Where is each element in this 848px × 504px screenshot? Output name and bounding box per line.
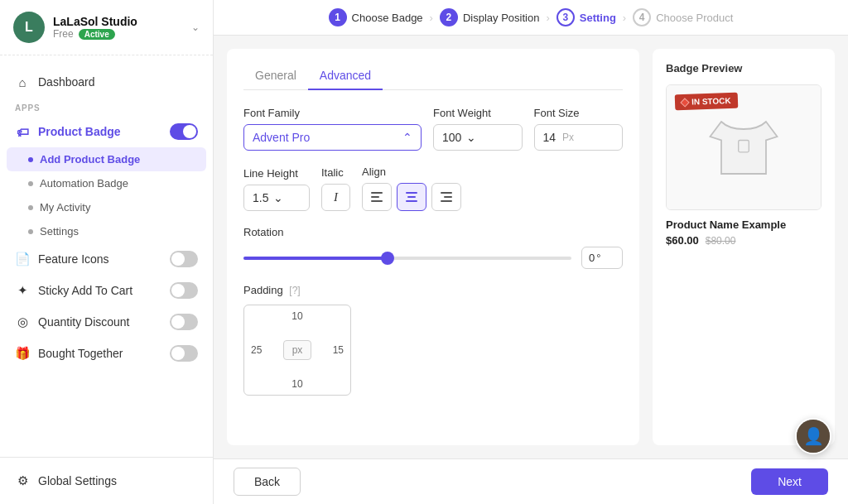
feature-icons-toggle[interactable] — [170, 251, 198, 267]
next-button[interactable]: Next — [751, 468, 828, 495]
dot-icon — [28, 157, 33, 162]
sidebar-item-bought-together[interactable]: 🎁 Bought Together — [0, 338, 213, 369]
align-right-icon — [441, 192, 452, 202]
sidebar-item-label: Quantity Discount — [38, 315, 130, 329]
step-4: 4 Choose Product — [633, 8, 733, 26]
font-weight-group: Font Weight 100 ⌄ — [433, 107, 523, 151]
sticky-cart-toggle[interactable] — [170, 282, 198, 299]
sidebar-sub-item-automation-badge[interactable]: Automation Badge — [0, 171, 213, 195]
align-group: Align — [362, 166, 461, 211]
font-family-select[interactable]: Advent Pro ⌃ — [243, 124, 422, 151]
brand-name: LaLaSol Studio — [53, 15, 183, 28]
stepper: 1 Choose Badge › 2 Display Position › 3 … — [214, 0, 848, 36]
discount-icon: ◎ — [15, 314, 30, 329]
sidebar: L LaLaSol Studio Free Active ⌄ ⌂ Dashboa… — [0, 0, 214, 504]
sidebar-bottom: ⚙ Global Settings — [0, 457, 213, 504]
line-height-label: Line Height — [243, 167, 310, 180]
sidebar-item-product-badge[interactable]: 🏷 Product Badge — [0, 116, 213, 147]
sidebar-brand: LaLaSol Studio Free Active — [53, 15, 183, 40]
font-size-input[interactable]: 14 Px — [534, 124, 624, 151]
sidebar-item-sticky-add-to-cart[interactable]: ✦ Sticky Add To Cart — [0, 275, 213, 306]
rotation-row: Rotation 0 ° — [243, 226, 623, 269]
align-right-button[interactable] — [431, 183, 461, 211]
font-weight-label: Font Weight — [433, 107, 523, 119]
chevron-down-icon: ⌄ — [466, 131, 476, 144]
badge-text: IN STOCK — [691, 96, 731, 107]
align-center-icon — [406, 192, 417, 202]
step-2: 2 Display Position — [440, 8, 540, 26]
sub-item-label: Add Product Badge — [40, 153, 140, 166]
brand-sub: Free Active — [53, 28, 183, 40]
sidebar-header: L LaLaSol Studio Free Active ⌄ — [0, 0, 213, 55]
preview-product-name: Product Name Example — [666, 218, 822, 231]
bottom-bar: Back Next — [214, 458, 848, 504]
sidebar-item-label: Bought Together — [38, 347, 123, 360]
tshirt-svg — [706, 114, 781, 181]
align-left-icon — [371, 192, 383, 202]
sub-item-label: My Activity — [40, 201, 90, 214]
line-height-group: Line Height 1.5 ⌄ — [243, 167, 310, 211]
sidebar-item-feature-icons[interactable]: 📄 Feature Icons — [0, 243, 213, 275]
apps-section-label: APPS — [0, 97, 213, 116]
font-family-label: Font Family — [243, 107, 422, 119]
sidebar-item-quantity-discount[interactable]: ◎ Quantity Discount — [0, 306, 213, 338]
font-row: Font Family Advent Pro ⌃ Font Weight 100… — [243, 107, 623, 151]
sidebar-item-label: Global Settings — [38, 474, 117, 487]
step-label-1: Choose Badge — [352, 12, 423, 24]
sidebar-sub-item-settings[interactable]: Settings — [0, 219, 213, 243]
step-num-4: 4 — [633, 8, 651, 26]
gear-icon: ⚙ — [15, 473, 30, 488]
cart-icon: ✦ — [15, 283, 30, 298]
chevron-down-icon[interactable]: ⌄ — [191, 22, 200, 33]
step-arrow-3: › — [623, 12, 626, 24]
back-button[interactable]: Back — [234, 468, 301, 496]
font-size-label: Font Size — [534, 107, 624, 119]
align-center-button[interactable] — [397, 183, 426, 211]
italic-label: Italic — [321, 166, 350, 179]
rotation-number: 0 — [589, 252, 595, 264]
sidebar-sub-item-my-activity[interactable]: My Activity — [0, 195, 213, 219]
step-num-1: 1 — [329, 8, 347, 26]
style-row: Line Height 1.5 ⌄ Italic I Align — [243, 166, 623, 211]
avatar: L — [13, 12, 45, 43]
price-old: $80.00 — [706, 235, 736, 247]
bought-together-toggle[interactable] — [170, 345, 198, 362]
rotation-control: 0 ° — [243, 247, 623, 269]
line-height-select[interactable]: 1.5 ⌄ — [243, 185, 310, 211]
sidebar-item-label: Product Badge — [38, 125, 121, 138]
preview-card: IN STOCK — [666, 84, 822, 210]
preview-panel: Badge Preview IN STOCK Product Name Exam… — [653, 49, 835, 445]
sidebar-item-label: Dashboard — [38, 75, 95, 89]
sidebar-item-label: Sticky Add To Cart — [38, 284, 132, 297]
italic-button[interactable]: I — [321, 184, 350, 211]
sidebar-sub-item-add-product-badge[interactable]: Add Product Badge — [7, 147, 206, 171]
rotation-slider-track[interactable] — [243, 257, 571, 260]
home-icon: ⌂ — [15, 74, 30, 89]
padding-help: [?] — [289, 285, 300, 296]
chevron-up-icon: ⌃ — [402, 131, 412, 144]
dot-icon — [28, 181, 33, 186]
tab-advanced[interactable]: Advanced — [308, 62, 383, 90]
quantity-discount-toggle[interactable] — [170, 314, 198, 330]
sidebar-item-global-settings[interactable]: ⚙ Global Settings — [0, 466, 213, 496]
chat-avatar[interactable]: 👤 — [795, 418, 831, 454]
step-num-3: 3 — [556, 8, 575, 26]
active-badge: Active — [79, 29, 115, 40]
font-weight-select[interactable]: 100 ⌄ — [433, 124, 523, 151]
tabs: General Advanced — [243, 62, 623, 90]
rotation-value-display: 0 ° — [581, 247, 623, 269]
line-height-value: 1.5 — [253, 191, 268, 204]
font-size-group: Font Size 14 Px — [534, 107, 624, 151]
chevron-down-icon: ⌄ — [273, 191, 283, 204]
step-arrow-1: › — [430, 12, 433, 24]
step-1: 1 Choose Badge — [329, 8, 423, 26]
align-left-button[interactable] — [362, 183, 392, 211]
sidebar-item-dashboard[interactable]: ⌂ Dashboard — [0, 67, 213, 97]
sidebar-item-label: Feature Icons — [38, 252, 109, 266]
padding-label: Padding [?] — [243, 284, 623, 296]
font-size-unit: Px — [562, 132, 574, 143]
product-badge-toggle[interactable] — [170, 123, 198, 140]
tab-general[interactable]: General — [243, 62, 308, 90]
padding-section: Padding [?] 10 10 25 15 px — [243, 284, 623, 396]
padding-right-value: 15 — [333, 344, 344, 356]
